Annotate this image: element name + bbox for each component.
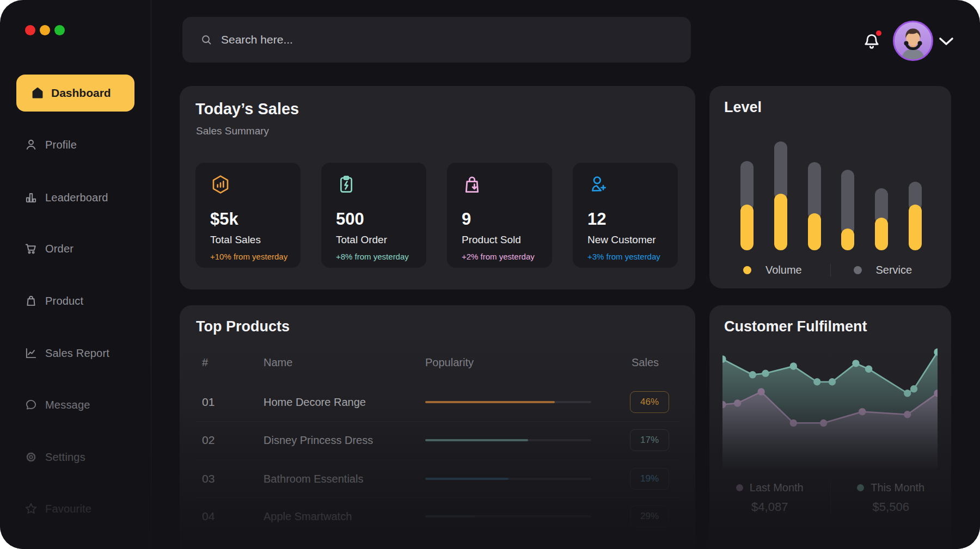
popularity-bar [425, 515, 591, 517]
level-bar [875, 188, 888, 250]
sidebar-item-label: Settings [45, 451, 85, 464]
sidebar-item-label: Message [45, 399, 90, 411]
table-row[interactable]: 02 Disney Princess Dress 17% [180, 422, 695, 459]
sidebar-item-product[interactable]: Product [16, 289, 134, 313]
volume-dot-icon [743, 266, 751, 274]
stat-label: Total Sales [210, 234, 261, 246]
gear-icon [24, 450, 38, 464]
row-number: 03 [202, 472, 215, 485]
service-dot-icon [854, 266, 862, 274]
zoom-window-button[interactable] [54, 25, 65, 35]
customer-fulfilment-card: Customer Fulfilment Last Month $4,087 Th… [709, 305, 951, 549]
window-controls [25, 25, 65, 35]
level-bar-chart [740, 136, 922, 250]
stat-delta: +10% from yesterday [210, 252, 287, 261]
close-window-button[interactable] [25, 25, 35, 35]
product-name: Apple Smartwatch [264, 510, 352, 523]
sidebar-item-sales-report[interactable]: Sales Report [16, 341, 134, 365]
stat-label: Product Sold [462, 234, 521, 246]
level-title: Level [724, 99, 762, 116]
product-name: Home Decore Range [264, 396, 366, 409]
avatar-illustration [895, 22, 932, 59]
level-bar [909, 182, 922, 250]
stat-total-sales[interactable]: $5k Total Sales +10% from yesterday [195, 163, 301, 268]
chat-icon [24, 398, 38, 412]
bar-chart-icon [24, 190, 38, 205]
todays-sales-subtitle: Sales Summary [196, 125, 269, 137]
stat-value: 500 [336, 209, 364, 229]
this-month-dot-icon [857, 484, 864, 491]
bag-arrow-down-icon [461, 174, 483, 195]
minimize-window-button[interactable] [40, 25, 50, 35]
avatar[interactable] [893, 21, 933, 61]
level-legend: Volume Service [720, 264, 940, 276]
table-row[interactable]: 03 Bathroom Essentials 19% [180, 460, 695, 497]
stat-total-order[interactable]: 500 Total Order +8% from yesterday [321, 163, 426, 268]
sidebar-item-label: Favourite [45, 503, 91, 515]
sidebar-item-label: Sales Report [45, 347, 109, 360]
profile-menu-button[interactable] [939, 37, 954, 47]
line-chart-icon [24, 346, 38, 360]
legend-volume: Volume [720, 264, 830, 276]
row-number: 01 [202, 396, 215, 409]
column-header-popularity: Popularity [425, 356, 474, 369]
stat-new-customer[interactable]: 12 New Customer +3% from yesterday [573, 163, 678, 268]
clipboard-bolt-icon [335, 174, 357, 195]
bag-icon [24, 294, 38, 308]
sidebar-item-label: Dashboard [51, 87, 111, 100]
legend-this-month: This Month $5,506 [831, 482, 952, 514]
chevron-down-icon [939, 37, 954, 47]
popularity-bar [425, 478, 591, 480]
column-header-name: Name [264, 356, 292, 369]
sales-badge: 46% [630, 391, 669, 413]
popularity-bar [425, 401, 591, 403]
table-header: # Name Popularity Sales [180, 356, 695, 371]
legend-label: This Month [871, 482, 924, 494]
stat-label: New Customer [587, 234, 656, 246]
search-input[interactable] [220, 33, 680, 47]
search-bar [182, 17, 691, 63]
table-row[interactable]: 01 Home Decore Range 46% [180, 384, 695, 421]
hexagon-chart-icon [210, 174, 231, 195]
legend-label: Last Month [750, 482, 804, 494]
sales-badge: 17% [630, 429, 669, 451]
legend-label: Volume [765, 264, 802, 276]
user-plus-icon [587, 174, 609, 195]
sales-badge: 19% [630, 468, 669, 490]
stat-value: $5k [210, 209, 238, 229]
todays-sales-card: Today’s Sales Sales Summary $5k Total Sa… [180, 86, 695, 289]
sidebar-item-label: Product [45, 295, 83, 307]
notification-dot [876, 30, 881, 36]
sidebar-item-leaderboard[interactable]: Leaderboard [16, 186, 134, 209]
sidebar-item-settings[interactable]: Settings [16, 445, 134, 469]
legend-service: Service [831, 264, 941, 276]
sidebar-item-dashboard[interactable]: Dashboard [16, 75, 134, 112]
table-row[interactable]: 04 Apple Smartwatch 29% [180, 498, 695, 535]
star-icon [24, 502, 38, 516]
home-icon [30, 86, 45, 100]
sidebar-item-favourite[interactable]: Favourite [16, 497, 134, 521]
top-products-card: Top Products # Name Popularity Sales 01 … [180, 305, 695, 549]
todays-sales-title: Today’s Sales [195, 100, 299, 118]
sidebar-item-profile[interactable]: Profile [16, 133, 134, 157]
level-bar [774, 141, 787, 250]
sidebar-item-label: Order [45, 243, 74, 255]
fulfilment-area-chart [722, 326, 938, 468]
sidebar-item-label: Leaderboard [45, 192, 108, 204]
popularity-bar [425, 439, 591, 441]
row-number: 04 [202, 510, 215, 523]
stat-value: 9 [462, 209, 471, 229]
stat-delta: +3% from yesterday [587, 252, 660, 261]
sidebar-item-label: Profile [45, 139, 77, 151]
legend-last-month: Last Month $4,087 [709, 482, 830, 514]
sidebar-item-message[interactable]: Message [16, 393, 134, 417]
level-bar [808, 162, 821, 250]
notifications-button[interactable] [862, 32, 881, 51]
level-bar [740, 161, 754, 250]
stat-product-sold[interactable]: 9 Product Sold +2% from yesterday [447, 163, 552, 268]
sidebar: Dashboard Profile Leaderboard Order Prod [0, 0, 151, 549]
fulfilment-legend: Last Month $4,087 This Month $5,506 [709, 482, 951, 514]
search-icon [200, 33, 213, 46]
sidebar-item-order[interactable]: Order [16, 237, 134, 261]
legend-label: Service [876, 264, 912, 276]
